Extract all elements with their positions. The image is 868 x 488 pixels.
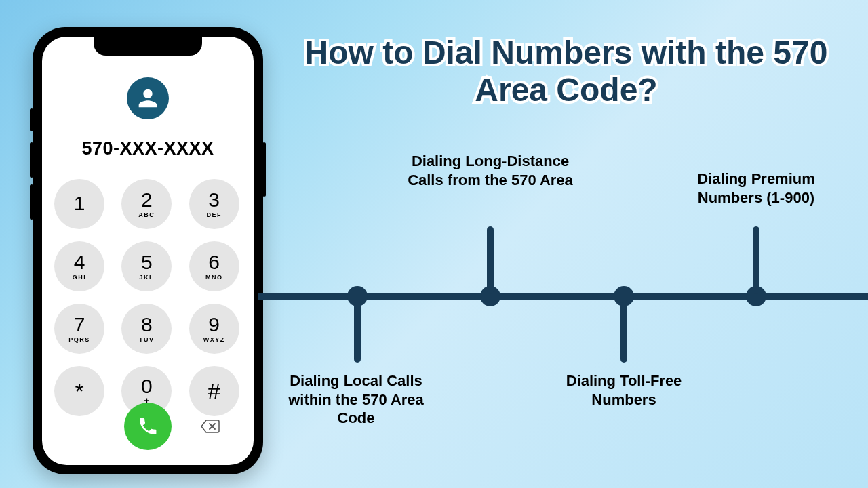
key-5[interactable]: 5JKL	[121, 241, 172, 291]
timeline-label-4: Dialing Premium Numbers (1-900)	[673, 169, 840, 207]
backspace-button[interactable]	[200, 419, 220, 434]
dial-bottom-row	[54, 403, 241, 450]
dial-keypad: 1 2ABC 3DEF 4GHI 5JKL 6MNO 7PQRS 8TUV 9W…	[54, 179, 241, 416]
phone-side-button	[262, 142, 266, 197]
phone-icon	[137, 415, 159, 437]
timeline-label-1: Dialing Local Calls within the 570 Area …	[271, 371, 441, 428]
phone-screen: 570-XXX-XXXX 1 2ABC 3DEF 4GHI 5JKL 6MNO …	[42, 37, 254, 465]
dialed-number: 570-XXX-XXXX	[42, 138, 254, 159]
timeline-stem-2	[487, 226, 494, 294]
phone-side-button	[30, 184, 33, 220]
phone-notch	[94, 37, 202, 56]
phone-side-button	[30, 142, 33, 178]
backspace-icon	[200, 419, 220, 434]
phone-side-button	[30, 108, 33, 131]
key-1[interactable]: 1	[54, 179, 104, 229]
key-9[interactable]: 9WXYZ	[189, 304, 239, 354]
timeline-stem-3	[620, 302, 627, 363]
timeline-stem-1	[354, 302, 361, 363]
key-7[interactable]: 7PQRS	[54, 304, 104, 354]
key-6[interactable]: 6MNO	[189, 241, 239, 291]
key-2[interactable]: 2ABC	[121, 179, 172, 229]
contact-icon	[127, 77, 169, 119]
call-button[interactable]	[124, 403, 172, 450]
key-8[interactable]: 8TUV	[121, 304, 172, 354]
key-3[interactable]: 3DEF	[189, 179, 239, 229]
phone-mockup: 570-XXX-XXXX 1 2ABC 3DEF 4GHI 5JKL 6MNO …	[33, 27, 263, 474]
timeline-label-2: Dialing Long-Distance Calls from the 570…	[403, 152, 578, 189]
timeline-stem-4	[753, 226, 760, 294]
key-4[interactable]: 4GHI	[54, 241, 104, 291]
page-title: How to Dial Numbers with the 570 Area Co…	[292, 34, 841, 108]
timeline-label-3: Dialing Toll-Free Numbers	[542, 371, 705, 409]
